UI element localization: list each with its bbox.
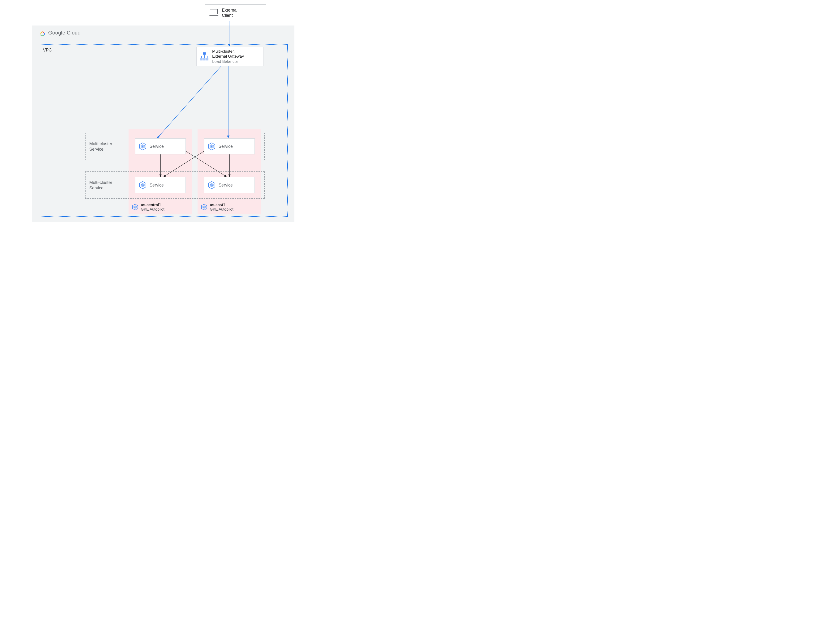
architecture-diagram: External Client Google Cloud VPC xyxy=(0,0,297,226)
google-cloud-icon xyxy=(39,30,46,36)
svg-rect-3 xyxy=(206,58,209,61)
cluster-name-label: us-central1 GKE Autopilot xyxy=(141,202,165,212)
service-r2-c2: Service xyxy=(204,177,255,193)
svg-rect-0 xyxy=(203,52,206,55)
cloud-header: Google Cloud xyxy=(39,30,81,36)
mcs-label: Multi-cluster Service xyxy=(89,141,112,152)
mcs-label: Multi-cluster Service xyxy=(89,180,112,191)
laptop-icon xyxy=(209,9,218,17)
vpc-label: VPC xyxy=(43,48,52,53)
gke-icon xyxy=(139,181,147,189)
gateway-label: Multi-cluster, External Gateway Load Bal… xyxy=(212,49,244,64)
service-r1-c2: Service xyxy=(204,138,255,155)
service-r2-c1: Service xyxy=(135,177,186,193)
service-label: Service xyxy=(218,183,233,188)
svg-rect-1 xyxy=(200,58,203,61)
service-label: Service xyxy=(150,144,164,149)
google-cloud-panel: Google Cloud VPC Multi-cluster, External… xyxy=(32,25,294,222)
gateway-box: Multi-cluster, External Gateway Load Bal… xyxy=(196,47,263,66)
service-label: Service xyxy=(218,144,233,149)
external-client-box: External Client xyxy=(205,4,266,21)
external-client-label: External Client xyxy=(222,8,237,18)
cluster-footer: us-east1 GKE Autopilot xyxy=(201,202,233,212)
cluster-name-label: us-east1 GKE Autopilot xyxy=(210,202,233,212)
cloud-title: Google Cloud xyxy=(48,30,81,36)
service-label: Service xyxy=(150,183,164,188)
gke-icon xyxy=(208,181,216,189)
load-balancer-icon xyxy=(200,52,209,61)
gke-icon xyxy=(201,204,207,210)
vpc-box: VPC Multi-cluster, External Gateway Load… xyxy=(39,44,288,217)
svg-rect-2 xyxy=(203,58,206,61)
gke-icon xyxy=(139,142,147,150)
cluster-footer: us-central1 GKE Autopilot xyxy=(132,202,165,212)
service-r1-c1: Service xyxy=(135,138,186,155)
gke-icon xyxy=(132,204,138,210)
gke-icon xyxy=(208,142,216,150)
svg-line-16 xyxy=(157,66,221,138)
